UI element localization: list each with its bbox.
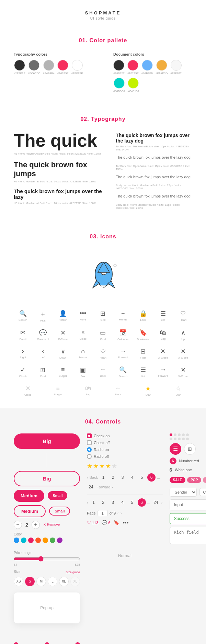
color-dot-green[interactable] (50, 538, 55, 543)
left-icon: ‹ (42, 348, 44, 355)
popup-label: Pop-up (40, 606, 54, 610)
page-input[interactable] (98, 510, 108, 516)
swatch-code: #FFFFFF (71, 72, 83, 75)
size-l[interactable]: L (48, 577, 57, 586)
size-m[interactable]: M (36, 577, 46, 586)
color-dot-amber[interactable] (43, 538, 48, 543)
star-1[interactable]: ★ (87, 462, 92, 470)
medium-outline-button[interactable]: Medium (14, 505, 46, 517)
dot-2 (174, 433, 176, 436)
checkbox-on[interactable] (87, 433, 92, 438)
section-title-typography: 02. Typography (14, 116, 192, 122)
page-1[interactable]: 1 (99, 473, 107, 482)
remove-button[interactable]: ✕ Remove (43, 523, 60, 527)
medium-button[interactable]: Medium (14, 490, 44, 502)
number-badge: 6 (170, 457, 176, 464)
size-s[interactable]: S (25, 577, 35, 586)
radio-off[interactable] (87, 454, 92, 459)
icon-heart2: ♡Heart (94, 346, 112, 361)
forward-button[interactable]: › (112, 485, 113, 489)
icon-merca: ⌂Merca (74, 346, 92, 361)
document-swatches2: #00D3C6 #C4F100 (113, 78, 192, 93)
size-guide-link[interactable]: Size guide (66, 570, 80, 574)
icon-card: ▭Card (94, 327, 112, 342)
star-5-empty[interactable]: ★ (112, 462, 117, 470)
typography-section: 02. Typography The quick H1 / font: Play… (0, 106, 206, 223)
size-xl[interactable]: XL (59, 577, 69, 586)
controls-left-col: Big Big Medium Small Medium Small − 2 + … (14, 433, 80, 644)
big-button[interactable]: Big (14, 433, 80, 449)
icon-xclose2: ✕X-Close (154, 346, 172, 361)
back-button[interactable]: ‹ (87, 475, 88, 479)
radio-on[interactable] (87, 447, 92, 452)
color-dot-teal[interactable] (21, 538, 26, 543)
gender-dropdown[interactable]: Gender Male Female (170, 488, 197, 497)
svg-point-3 (114, 264, 116, 267)
page2-2[interactable]: 2 (99, 498, 107, 507)
page2-6[interactable]: 6 (138, 498, 146, 507)
stepper-plus[interactable]: + (32, 521, 40, 529)
page2-4[interactable]: 4 (118, 498, 127, 507)
swatch-pink2 (127, 60, 138, 71)
page-next[interactable]: › (121, 511, 122, 515)
input-field[interactable] (170, 499, 206, 510)
tag-pop: POP (187, 477, 201, 483)
icon-xclose3: ✕X-Close (174, 346, 192, 361)
icon-bookmark: 🔖Bookmark (134, 327, 152, 342)
step-dot-1 (14, 642, 19, 644)
small-button[interactable]: Small (48, 491, 67, 500)
page2-1[interactable]: 1 (90, 498, 98, 507)
number-red-label: Number red (179, 459, 199, 463)
icon-star-active: ★Star (134, 383, 162, 398)
prev-button[interactable]: ‹ (87, 500, 88, 505)
page-5[interactable]: 5 (138, 473, 146, 482)
page-24[interactable]: 24 (87, 483, 95, 491)
color-dot-purple[interactable] (57, 538, 62, 543)
price-range-slider[interactable] (14, 556, 80, 562)
swatch-item: #F7F7F7 (170, 60, 181, 75)
remove-x-icon: ✕ (43, 523, 46, 527)
controls-section: 04. Controls Big Big Medium Small Medium… (0, 408, 206, 644)
heart-count: ♡ 113 (87, 520, 98, 525)
color-dot-blue[interactable] (14, 538, 19, 543)
grid-view-button[interactable]: ⊞ (184, 443, 196, 455)
number-value-2: 6 (170, 467, 172, 473)
next-button[interactable]: › (161, 500, 163, 505)
page-6[interactable]: 6 (147, 473, 156, 482)
burger-icon: ≡ (61, 366, 65, 373)
page2-3[interactable]: 3 (109, 498, 117, 507)
icon-calendar: 📅Calendar (114, 327, 132, 342)
size-xs[interactable]: XS (14, 577, 23, 586)
page-2[interactable]: 2 (109, 473, 117, 482)
color-dot-orange[interactable] (35, 538, 41, 543)
swatch-offwhite (171, 60, 182, 71)
rich-field[interactable] (170, 527, 206, 544)
page-4[interactable]: 4 (128, 473, 136, 482)
page2-24[interactable]: 24 (152, 498, 160, 507)
size-xl2[interactable]: XL (70, 577, 80, 586)
swatch-code: #F62F5E (57, 72, 69, 75)
star-3[interactable]: ★ (99, 462, 105, 470)
color-dot-pink[interactable] (28, 538, 34, 543)
typography-colors: Typography colors #2E2E2E #6C6C6C #B4B4B… (14, 52, 93, 95)
small-outline-button[interactable]: Small (49, 507, 70, 516)
typo-h2-meta: H2 / font: Montserrat Bold / size: 24px … (14, 180, 105, 183)
dot-1 (170, 433, 172, 436)
page2-5[interactable]: 5 (128, 498, 136, 507)
success-input[interactable] (170, 513, 206, 524)
swatch-code: #2E2E2E (14, 72, 25, 75)
star-2[interactable]: ★ (93, 462, 99, 470)
typo-body2: The quick brown fox jumps over the lazy … (116, 174, 192, 180)
section-title-color: 01. Color pallete (14, 37, 192, 44)
header: SHOPMATE UI style guide (0, 0, 206, 27)
checkbox-off[interactable] (87, 440, 92, 445)
big-outline-button[interactable]: Big (14, 471, 80, 486)
icons-section: 03. Icons 🔍Search ＋Plus 👤Person •••More … (0, 223, 206, 408)
menu-icon-button[interactable]: ☰ (170, 443, 181, 455)
stepper-minus[interactable]: − (14, 521, 22, 529)
page-prev[interactable]: ‹ (117, 511, 119, 515)
star-4[interactable]: ★ (105, 462, 111, 470)
bookmark-icon: 🔖 (139, 329, 147, 337)
page-3[interactable]: 3 (118, 473, 127, 482)
icon-card2: ⊞Card (34, 364, 52, 380)
